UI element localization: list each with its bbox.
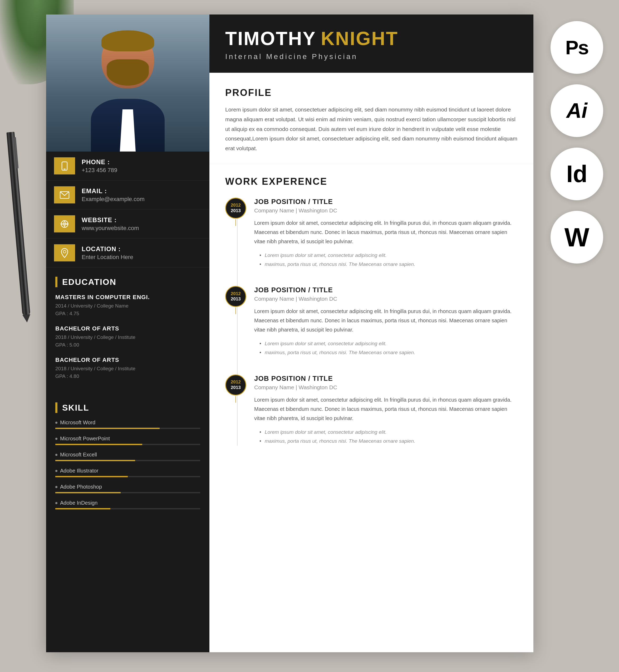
job-company-0: Company Name | Washington DC: [254, 207, 518, 214]
phone-icon-box: [54, 157, 75, 175]
job-company-2: Company Name | Washington DC: [254, 384, 518, 390]
phone-value: +123 456 789: [82, 167, 117, 173]
edu-year-2: 2018 / University / College / Institute: [55, 365, 200, 373]
skill-name-0: Microsoft Word: [55, 420, 200, 426]
skill-name-3: Adobe Illustrator: [55, 468, 200, 474]
resume-sidebar: PHONE : +123 456 789 EMAIL : Example@exa…: [46, 14, 209, 652]
contact-website: WEBSITE : www.yourwebsite.com: [46, 209, 209, 239]
word-icon: W: [551, 211, 603, 263]
job-title: Internal Medicine Physician: [225, 52, 518, 61]
work-heading: WORK EXPERENCE: [225, 176, 518, 187]
name-row: TIMOTHY KNIGHT: [225, 28, 518, 49]
edu-item-0: MASTERS IN COMPUTER ENGI. 2014 / Univers…: [55, 294, 200, 317]
skill-bar-bg-1: [55, 444, 200, 445]
location-info: LOCATION : Enter Location Here: [82, 245, 133, 261]
badge-year1-1: 2012: [231, 291, 241, 297]
profile-text: Lorem ipsum dolor sit amet, consectetuer…: [225, 105, 518, 154]
location-label: LOCATION :: [82, 245, 133, 253]
skill-bar-bg-4: [55, 492, 200, 493]
skill-bar-bg-2: [55, 460, 200, 461]
skill-bar-fill-4: [55, 492, 121, 493]
profile-heading: PROFILE: [225, 87, 518, 98]
skill-name-4: Adobe Photoshop: [55, 484, 200, 490]
contact-email: EMAIL : Example@example.com: [46, 181, 209, 209]
skill-bar-bg-3: [55, 476, 200, 477]
job-bullet-1-1: • maximus, porta risus ut, rhoncus nisi.…: [260, 348, 518, 357]
job-desc-1: Lorem ipsum dolor sit amet, consectetur …: [254, 307, 518, 334]
timeline-item-2: 2012 2013 JOB POSITION / TITLE Company N…: [254, 374, 518, 446]
skill-dot-2: [55, 454, 57, 456]
edu-degree-2: BACHELOR OF ARTS: [55, 357, 200, 363]
skill-dot-3: [55, 470, 57, 472]
skills-section: SKILL Microsoft Word Microsoft PowerPoin…: [46, 393, 209, 521]
badge-year2-2: 2013: [231, 385, 241, 390]
edu-degree-0: MASTERS IN COMPUTER ENGI.: [55, 294, 200, 301]
person-photo: [46, 14, 209, 151]
skill-item-5: Adobe InDesign: [55, 500, 200, 509]
location-value: Enter Location Here: [82, 254, 133, 260]
timeline-badge-2: 2012 2013: [225, 374, 246, 395]
skill-bar-bg-5: [55, 508, 200, 509]
location-icon-box: [54, 244, 75, 261]
skill-bar-fill-0: [55, 428, 160, 429]
photoshop-icon: Ps: [551, 21, 603, 74]
job-desc-2: Lorem ipsum dolor sit amet, consectetur …: [254, 395, 518, 423]
website-icon-box: [54, 215, 75, 232]
edu-year-1: 2018 / University / College / Institute: [55, 333, 200, 341]
skill-item-4: Adobe Photoshop: [55, 484, 200, 493]
job-company-1: Company Name | Washington DC: [254, 296, 518, 302]
person-body: [91, 99, 164, 151]
photo-area: [46, 14, 209, 151]
resume-container: PHONE : +123 456 789 EMAIL : Example@exa…: [46, 14, 533, 652]
skill-name-1: Microsoft PowerPoint: [55, 436, 200, 442]
phone-info: PHONE : +123 456 789: [82, 159, 117, 174]
skill-item-0: Microsoft Word: [55, 420, 200, 429]
skill-bar-bg-0: [55, 428, 200, 429]
badge-year2-1: 2013: [231, 297, 241, 302]
job-title-2: JOB POSITION / TITLE: [254, 374, 518, 383]
work-section: WORK EXPERENCE 2012 2013 JOB POSITION / …: [209, 164, 533, 652]
website-label: WEBSITE :: [82, 217, 139, 224]
first-name: TIMOTHY: [225, 28, 316, 49]
skill-name-2: Microsoft Excell: [55, 452, 200, 458]
skill-bar-fill-1: [55, 444, 142, 445]
education-bar: [55, 277, 57, 287]
skill-item-2: Microsoft Excell: [55, 452, 200, 461]
email-icon-box: [54, 186, 75, 203]
main-content: TIMOTHY KNIGHT Internal Medicine Physici…: [209, 14, 533, 652]
skill-bar-fill-3: [55, 476, 128, 477]
job-bullet-2-0: • Lorem ipsum dolor sit amet, consectetu…: [260, 428, 518, 437]
last-name: KNIGHT: [321, 28, 398, 49]
contact-phone: PHONE : +123 456 789: [46, 151, 209, 181]
timeline: 2012 2013 JOB POSITION / TITLE Company N…: [225, 198, 518, 446]
skills-title-row: SKILL: [55, 403, 200, 413]
edu-gpa-2: GPA : 4.80: [55, 373, 200, 380]
skill-item-1: Microsoft PowerPoint: [55, 436, 200, 445]
skill-item-3: Adobe Illustrator: [55, 468, 200, 477]
svg-point-4: [63, 250, 66, 253]
edu-degree-1: BACHELOR OF ARTS: [55, 325, 200, 332]
skill-dot-0: [55, 422, 57, 424]
skill-name-5: Adobe InDesign: [55, 500, 200, 506]
timeline-badge-1: 2012 2013: [225, 286, 246, 307]
phone-label: PHONE :: [82, 159, 117, 166]
person-shirt: [115, 109, 141, 151]
job-bullet-2-1: • maximus, porta risus ut, rhoncus nisi.…: [260, 437, 518, 446]
job-title-0: JOB POSITION / TITLE: [254, 198, 518, 206]
edu-year-0: 2014 / University / College Name: [55, 302, 200, 310]
contact-location: LOCATION : Enter Location Here: [46, 239, 209, 267]
edu-item-1: BACHELOR OF ARTS 2018 / University / Col…: [55, 325, 200, 349]
illustrator-icon: Ai: [551, 84, 603, 137]
skill-dot-5: [55, 502, 57, 504]
indesign-icon: Id: [551, 147, 603, 200]
education-heading: EDUCATION: [62, 277, 117, 287]
badge-year1-2: 2012: [231, 379, 241, 385]
education-title-row: EDUCATION: [55, 277, 200, 287]
timeline-item-1: 2012 2013 JOB POSITION / TITLE Company N…: [254, 286, 518, 357]
timeline-badge-0: 2012 2013: [225, 198, 246, 219]
education-section: EDUCATION MASTERS IN COMPUTER ENGI. 2014…: [46, 267, 209, 393]
edu-item-2: BACHELOR OF ARTS 2018 / University / Col…: [55, 357, 200, 380]
job-bullet-0-1: • maximus, porta risus ut, rhoncus nisi.…: [260, 260, 518, 269]
edu-gpa-0: GPA : 4.75: [55, 310, 200, 317]
skills-bar: [55, 403, 57, 413]
